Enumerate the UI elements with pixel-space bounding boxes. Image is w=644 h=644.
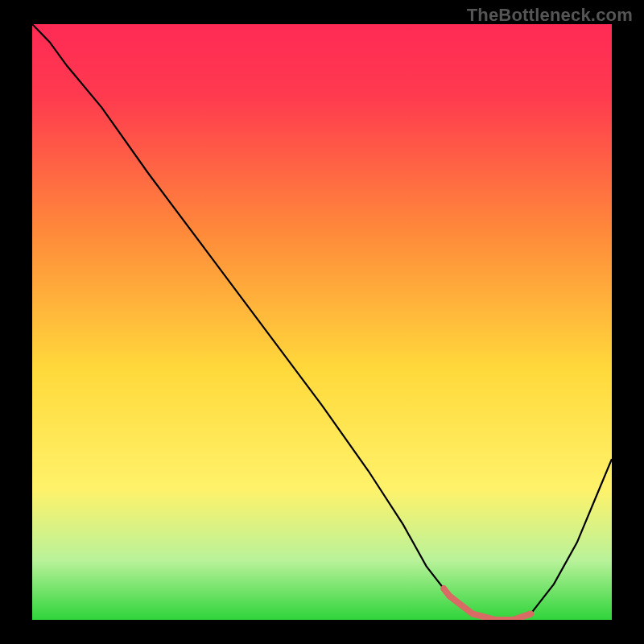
bottleneck-chart (32, 24, 612, 620)
watermark-text: TheBottleneck.com (467, 5, 633, 26)
gradient-background (32, 24, 612, 620)
chart-frame: TheBottleneck.com (0, 0, 644, 644)
plot-area (32, 24, 612, 620)
